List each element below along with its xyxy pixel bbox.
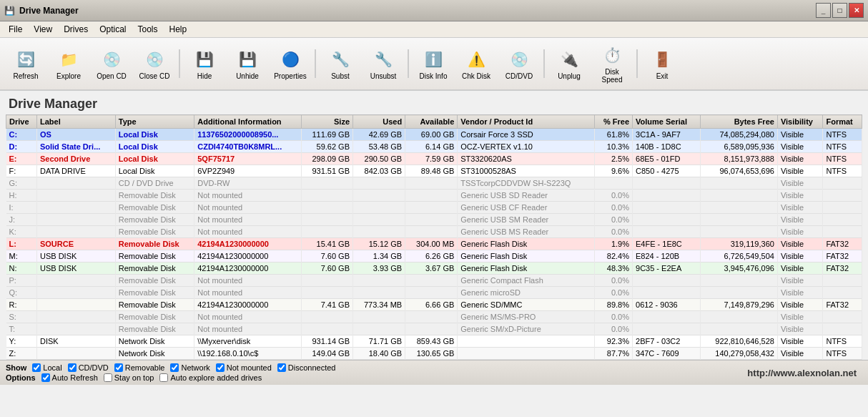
table-cell: F:: [6, 165, 37, 177]
table-cell: Visible: [777, 275, 823, 287]
table-cell: DATA DRIVE: [36, 165, 115, 177]
table-row[interactable]: K:Removable DiskNot mountedGeneric USB M…: [6, 226, 862, 238]
table-cell: Generic USB SD Reader: [458, 190, 595, 202]
table-row[interactable]: C:OSLocal Disk11376502000008950...111.69…: [6, 129, 862, 141]
table-cell: 140,279,058,432: [701, 348, 778, 360]
table-row[interactable]: J:Removable DiskNot mountedGeneric USB S…: [6, 214, 862, 226]
open-cd-button[interactable]: 💿 Open CD: [92, 45, 132, 83]
table-cell: 3C1A - 9AF7: [633, 129, 701, 141]
table-row[interactable]: M:USB DISKRemovable Disk42194A1230000000…: [6, 250, 862, 263]
show-cddvd[interactable]: CD/DVD: [68, 363, 109, 372]
cd-dvd-button[interactable]: 💿 CD/DVD: [499, 45, 539, 83]
table-cell: Visible: [777, 287, 823, 299]
show-removable-checkbox[interactable]: [114, 363, 123, 372]
table-cell: 0.0%: [595, 275, 633, 287]
exit-button[interactable]: 🚪 Exit: [642, 45, 682, 83]
auto-explore-checkbox[interactable]: [159, 373, 168, 382]
opt-auto-explore[interactable]: Auto explore added drives: [159, 373, 262, 382]
table-cell: 7.60 GB: [301, 250, 352, 263]
disk-speed-button[interactable]: ⏱️ Disk Speed: [592, 41, 632, 87]
show-cddvd-checkbox[interactable]: [68, 363, 77, 372]
show-removable[interactable]: Removable: [114, 363, 165, 372]
table-cell: [405, 323, 458, 335]
unplug-button[interactable]: 🔌 Unplug: [549, 45, 589, 83]
table-cell: NTFS: [823, 165, 862, 177]
table-cell: Removable Disk: [115, 214, 194, 226]
table-row[interactable]: N:USB DISKRemovable Disk42194A1230000000…: [6, 263, 862, 275]
table-row[interactable]: Y:DISKNetwork Disk\\Myxerver\disk931.14 …: [6, 335, 862, 348]
opt-auto-refresh[interactable]: Auto Refresh: [41, 373, 98, 382]
table-cell: 304.00 MB: [405, 238, 458, 250]
minimize-button[interactable]: _: [816, 3, 831, 18]
menu-tools[interactable]: Tools: [132, 23, 164, 36]
table-row[interactable]: S:Removable DiskNot mountedGeneric MS/MS…: [6, 311, 862, 323]
table-cell: [458, 335, 595, 348]
table-row[interactable]: F:DATA DRIVELocal Disk6VP2Z949931.51 GB8…: [6, 165, 862, 177]
stay-on-top-checkbox[interactable]: [104, 373, 112, 382]
menu-help[interactable]: Help: [164, 23, 193, 36]
opt-stay-on-top[interactable]: Stay on top: [104, 373, 154, 382]
cd-dvd-label: CD/DVD: [505, 72, 533, 80]
table-header-row: Drive Label Type Additional Information …: [6, 115, 862, 129]
show-network-checkbox[interactable]: [170, 363, 179, 372]
disk-info-button[interactable]: ℹ️ Disk Info: [413, 45, 453, 83]
table-cell: Y:: [6, 335, 37, 348]
table-row[interactable]: P:Removable DiskNot mountedGeneric Compa…: [6, 275, 862, 287]
menu-drives[interactable]: Drives: [58, 23, 94, 36]
table-cell: [301, 214, 352, 226]
col-drive: Drive: [6, 115, 37, 129]
menu-file[interactable]: File: [3, 23, 28, 36]
menu-view[interactable]: View: [28, 23, 58, 36]
table-row[interactable]: Z:Network Disk\\192.168.0.10\c$149.04 GB…: [6, 348, 862, 360]
close-cd-button[interactable]: 💿 Close CD: [134, 45, 174, 83]
explore-button[interactable]: 📁 Explore: [49, 45, 89, 83]
show-disconnected-checkbox[interactable]: [277, 363, 286, 372]
unhide-button[interactable]: 💾 Unhide: [227, 45, 267, 83]
table-cell: 773.34 MB: [353, 299, 405, 311]
show-local[interactable]: Local: [32, 363, 61, 372]
show-disconnected[interactable]: Disconnected: [277, 363, 336, 372]
table-row[interactable]: H:Removable DiskNot mountedGeneric USB S…: [6, 190, 862, 202]
subst-button[interactable]: 🔧 Subst: [320, 45, 360, 83]
table-row[interactable]: T:Removable DiskNot mountedGeneric SM/xD…: [6, 323, 862, 335]
show-not-mounted[interactable]: Not mounted: [216, 363, 272, 372]
table-cell: Generic SD/MMC: [458, 299, 595, 311]
table-row[interactable]: I:Removable DiskNot mountedGeneric USB C…: [6, 202, 862, 214]
table-row[interactable]: D:Solid State Dri...Local DiskCZDI4740TB…: [6, 141, 862, 153]
close-cd-label: Close CD: [139, 72, 170, 80]
refresh-button[interactable]: 🔄 Refresh: [6, 45, 46, 83]
table-cell: Visible: [777, 202, 823, 214]
show-network[interactable]: Network: [170, 363, 209, 372]
maximize-button[interactable]: □: [832, 3, 847, 18]
table-row[interactable]: E:Second DriveLocal Disk5QF75717298.09 G…: [6, 153, 862, 165]
table-row[interactable]: R:Removable Disk42194A12300000007.41 GB7…: [6, 299, 862, 311]
table-row[interactable]: L:SOURCERemovable Disk42194A123000000015…: [6, 238, 862, 250]
table-cell: Generic Flash Disk: [458, 238, 595, 250]
website-link[interactable]: http://www.alexnolan.net: [741, 365, 862, 381]
table-cell: E4FE - 1E8C: [633, 238, 701, 250]
show-local-checkbox[interactable]: [32, 363, 41, 372]
table-cell: 9.6%: [595, 165, 633, 177]
exit-icon: 🚪: [651, 48, 674, 71]
hide-button[interactable]: 💾 Hide: [184, 45, 225, 83]
table-row[interactable]: G:CD / DVD DriveDVD-RWTSSTcorpCDDVDW SH-…: [6, 177, 862, 190]
table-row[interactable]: Q:Removable DiskNot mountedGeneric micro…: [6, 287, 862, 299]
table-cell: [595, 177, 633, 190]
options-row: Options Auto Refresh Stay on top Auto ex…: [6, 373, 335, 382]
table-cell: [353, 275, 405, 287]
show-not-mounted-checkbox[interactable]: [216, 363, 225, 372]
table-cell: [823, 226, 862, 238]
window-title: Drive Manager: [19, 6, 79, 16]
unsubst-button[interactable]: 🔧 Unsubst: [363, 45, 403, 83]
table-cell: [405, 177, 458, 190]
table-cell: [633, 177, 701, 190]
hide-icon: 💾: [193, 48, 216, 71]
chk-disk-button[interactable]: ⚠️ Chk Disk: [456, 45, 496, 83]
table-cell: 89.8%: [595, 299, 633, 311]
close-button[interactable]: ✕: [849, 3, 864, 18]
menu-optical[interactable]: Optical: [94, 23, 132, 36]
table-cell: 9C35 - E2EA: [633, 263, 701, 275]
table-cell: 0612 - 9036: [633, 299, 701, 311]
properties-button[interactable]: 🔵 Properties: [270, 45, 310, 83]
auto-refresh-checkbox[interactable]: [41, 373, 50, 382]
